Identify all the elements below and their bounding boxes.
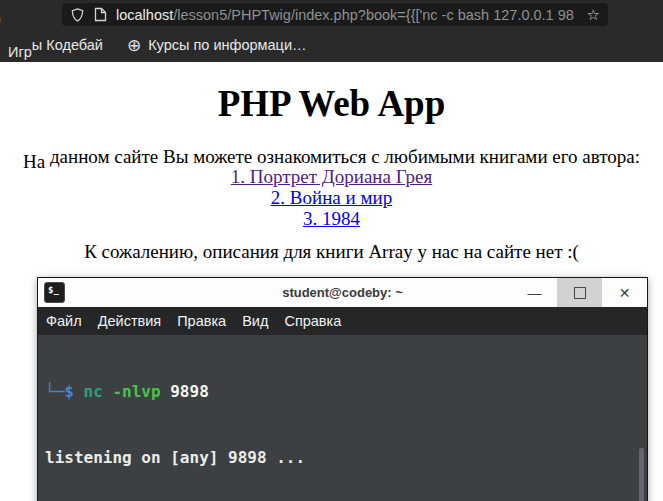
terminal-line: listening on [any] 9898 ... — [45, 447, 647, 469]
no-description-text: К сожалению, описания для книги Array у … — [0, 241, 663, 263]
maximize-icon — [574, 287, 586, 299]
page-info-icon[interactable] — [94, 7, 107, 22]
menu-view[interactable]: Вид — [242, 313, 268, 329]
menu-help[interactable]: Справка — [284, 313, 341, 329]
bookmark-infosec-courses[interactable]: Курсы по информаци… — [148, 37, 306, 53]
book-link-war-and-peace[interactable]: 2. Война и мир — [0, 187, 663, 208]
bookmark-star-icon[interactable]: ☆ — [587, 6, 600, 24]
terminal-output[interactable]: └─$ nc -nlvp 9898 listening on [any] 989… — [38, 335, 647, 501]
bookmarks-bar: Игр ы Кодебай ⊕ Курсы по информаци… — [0, 28, 663, 62]
url-path: /lesson5/PHPTwig/index.php?book={{['nc -… — [173, 7, 574, 23]
terminal-scrollbar[interactable] — [639, 448, 644, 501]
terminal-prompt-line: └─$ nc -nlvp 9898 — [45, 381, 647, 403]
terminal-app-icon: $_ — [44, 282, 65, 303]
book-link-dorian-gray[interactable]: 1. Портрет Дориана Грея — [0, 166, 663, 187]
book-links: 1. Портрет Дориана Грея 2. Война и мир 3… — [0, 166, 663, 229]
browser-toolbar: ⌂ localhost/lesson5/PHPTwig/index.php?bo… — [0, 0, 663, 28]
maximize-button[interactable] — [557, 278, 602, 307]
url-text[interactable]: localhost/lesson5/PHPTwig/index.php?book… — [116, 7, 581, 23]
window-controls: — ✕ — [512, 278, 647, 307]
globe-icon: ⊕ — [127, 35, 141, 56]
menu-edit[interactable]: Правка — [177, 313, 226, 329]
menu-file[interactable]: Файл — [46, 313, 82, 329]
minimize-button[interactable]: — — [512, 278, 557, 307]
page-title: PHP Web App — [0, 82, 663, 125]
intro-rest: данном сайте Вы можете ознакомиться с лю… — [45, 146, 640, 167]
url-host: localhost — [116, 7, 173, 23]
address-bar[interactable]: localhost/lesson5/PHPTwig/index.php?book… — [62, 3, 608, 26]
menu-actions[interactable]: Действия — [98, 313, 162, 329]
intro-text: На данном сайте Вы можете ознакомиться с… — [0, 146, 663, 168]
close-button[interactable]: ✕ — [602, 278, 647, 307]
shield-icon[interactable] — [70, 7, 85, 23]
terminal-window: $_ student@codeby: ~ — ✕ Файл Действия П… — [37, 277, 648, 501]
bookmark-codeby-games[interactable]: ы Кодебай — [32, 37, 103, 53]
book-link-1984[interactable]: 3. 1984 — [0, 208, 663, 229]
terminal-menubar: Файл Действия Правка Вид Справка — [38, 307, 647, 335]
terminal-titlebar[interactable]: $_ student@codeby: ~ — ✕ — [38, 278, 647, 307]
bookmark-codeby-games-part[interactable]: Игр — [8, 44, 32, 60]
home-icon[interactable]: ⌂ — [0, 8, 1, 28]
